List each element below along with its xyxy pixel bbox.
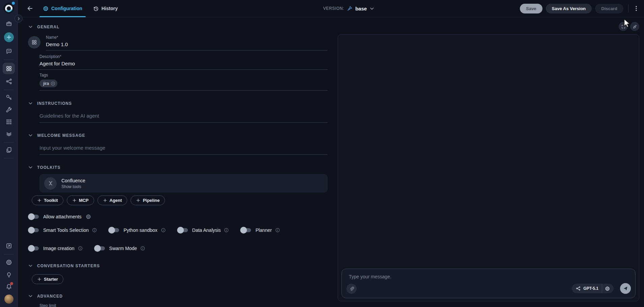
description-value[interactable]: Agent for Demo xyxy=(39,61,328,66)
model-settings-button[interactable] xyxy=(602,284,612,293)
sidebar-item-settings[interactable] xyxy=(3,257,15,267)
info-icon[interactable] xyxy=(92,228,97,233)
description-field[interactable]: Description* Agent for Demo xyxy=(39,54,328,70)
swarm-mode-switch[interactable] xyxy=(94,245,106,252)
section-instructions[interactable]: INSTRUCTIONS xyxy=(28,101,328,106)
model-selector[interactable]: GPT-5.1 xyxy=(572,284,614,293)
section-welcome-message[interactable]: WELCOME MESSAGE xyxy=(28,133,328,138)
back-arrow-icon[interactable] xyxy=(27,5,33,12)
tags-field[interactable]: Tags jira xyxy=(39,73,328,91)
export-card-icon xyxy=(6,243,12,249)
agent-avatar[interactable] xyxy=(28,36,40,49)
sidebar-item-toolkits[interactable] xyxy=(3,104,15,115)
info-icon[interactable] xyxy=(224,228,229,233)
toggle-allow-attachments[interactable]: Allow attachments xyxy=(28,213,91,220)
grid3x3-icon xyxy=(6,119,12,125)
sidebar-item-ideas[interactable] xyxy=(3,270,15,280)
fullscreen-button[interactable] xyxy=(619,22,628,31)
logo-status-dot xyxy=(12,2,15,5)
save-button[interactable]: Save xyxy=(520,4,542,13)
sidebar-create-button[interactable] xyxy=(4,32,14,42)
tab-history[interactable]: History xyxy=(92,0,119,17)
sidebar-item-tags[interactable] xyxy=(3,129,15,139)
user-avatar[interactable] xyxy=(4,295,13,304)
add-toolkit-button[interactable]: Toolkit xyxy=(32,195,63,205)
add-starter-button[interactable]: Starter xyxy=(32,274,63,284)
gear-icon xyxy=(43,6,49,11)
sidebar-item-credentials[interactable] xyxy=(3,92,15,102)
tag-chip[interactable]: jira xyxy=(39,80,57,87)
show-tools-link[interactable]: Show tools xyxy=(61,184,85,189)
add-pipeline-button[interactable]: Pipeline xyxy=(131,195,165,205)
python-sandbox-switch[interactable] xyxy=(108,227,120,234)
sidebar-item-workspace[interactable] xyxy=(3,19,15,29)
remove-tag-icon[interactable] xyxy=(51,81,55,86)
sidebar-item-chats[interactable] xyxy=(3,46,15,56)
section-toolkits[interactable]: TOOLKITS xyxy=(28,165,328,170)
toggle-smart-tools-selection[interactable]: Smart Tools Selection xyxy=(28,227,97,234)
section-general[interactable]: GENERAL xyxy=(28,24,328,29)
version-label: VERSION: xyxy=(323,6,344,11)
info-icon[interactable] xyxy=(275,228,280,233)
sidebar-item-collections[interactable] xyxy=(3,241,15,251)
allow-attachments-switch[interactable] xyxy=(28,213,40,220)
toolkit-item-confluence[interactable]: Confluence Show tools xyxy=(39,174,328,192)
version-selector[interactable]: VERSION: base xyxy=(323,6,374,11)
section-title: ADVANCED xyxy=(37,294,63,299)
toggle-data-analysis[interactable]: Data Analysis xyxy=(177,227,229,234)
image-creation-switch[interactable] xyxy=(28,245,40,252)
name-value[interactable]: Demo 1.0 xyxy=(46,41,328,47)
welcome-message-input[interactable]: Input your welcome message xyxy=(39,145,328,155)
chevron-down-icon xyxy=(28,101,33,106)
data-analysis-switch[interactable] xyxy=(177,227,189,234)
send-message-button[interactable] xyxy=(620,283,631,294)
model-share-icon xyxy=(576,286,581,291)
attach-file-button[interactable] xyxy=(346,284,357,294)
instructions-input[interactable]: Guidelines for the AI agent xyxy=(39,113,328,123)
top-header: Configuration History VERSION: base Save… xyxy=(18,0,644,17)
sidebar-item-integrations[interactable] xyxy=(3,117,15,127)
toggle-image-creation[interactable]: Image creation xyxy=(28,245,83,252)
save-as-version-button[interactable]: Save As Version xyxy=(546,4,592,13)
info-icon[interactable] xyxy=(78,246,83,251)
name-field[interactable]: Name* Demo 1.0 xyxy=(46,35,328,51)
smart-tools-switch[interactable] xyxy=(28,227,40,234)
toggle-python-sandbox[interactable]: Python sandbox xyxy=(108,227,165,234)
info-icon[interactable] xyxy=(140,246,145,251)
section-advanced[interactable]: ADVANCED xyxy=(28,294,328,299)
name-label: Name* xyxy=(46,35,328,40)
toggle-planner[interactable]: Planner xyxy=(240,227,280,234)
chevron-down-icon xyxy=(28,294,33,299)
app-logo-icon[interactable] xyxy=(3,2,15,14)
layers-icon xyxy=(6,131,12,137)
gear-icon xyxy=(6,259,12,266)
discard-button[interactable]: Discard xyxy=(595,4,623,13)
chevron-down-icon xyxy=(28,165,33,170)
step-limit-field[interactable]: Step limit 25 xyxy=(39,303,328,307)
wrench-icon xyxy=(6,106,12,113)
tab-configuration[interactable]: Configuration xyxy=(41,0,84,17)
description-label: Description* xyxy=(39,54,328,59)
fullscreen-icon xyxy=(621,24,626,29)
clear-chat-button[interactable] xyxy=(630,22,639,31)
chat-input-box[interactable]: Type your message. GPT-5.1 xyxy=(341,269,636,298)
flow-icon xyxy=(6,78,12,85)
sidebar-expand-button[interactable] xyxy=(15,14,23,23)
add-mcp-button[interactable]: MCP xyxy=(67,195,94,205)
sidebar-item-agents[interactable] xyxy=(3,63,15,74)
sidebar-item-notifications[interactable] xyxy=(3,281,15,291)
attachments-settings-gear-icon[interactable] xyxy=(86,214,91,219)
sidebar-item-artifacts[interactable] xyxy=(3,145,15,155)
section-conversation-starters[interactable]: CONVERSATION STARTERS xyxy=(28,263,328,268)
welcome-placeholder: Input your welcome message xyxy=(39,145,328,151)
plus-icon xyxy=(72,198,77,203)
plus-icon xyxy=(103,198,107,203)
toolkit-name: Confluence xyxy=(61,178,85,183)
info-icon[interactable] xyxy=(161,228,166,233)
planner-switch[interactable] xyxy=(240,227,252,234)
chat-preview-panel: Type your message. GPT-5.1 xyxy=(338,34,639,301)
add-agent-button[interactable]: Agent xyxy=(97,195,128,205)
sidebar-item-flows[interactable] xyxy=(3,76,15,86)
more-options-icon[interactable] xyxy=(633,5,639,11)
toggle-swarm-mode[interactable]: Swarm Mode xyxy=(94,245,145,252)
